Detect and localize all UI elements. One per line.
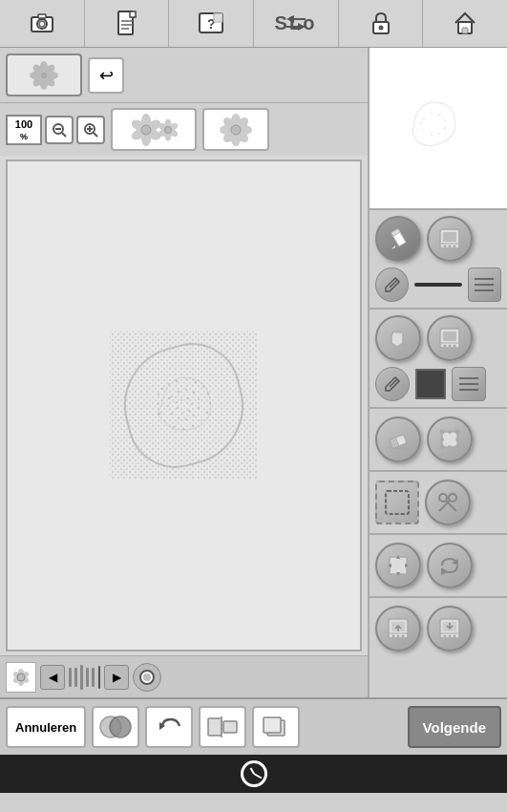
svg-point-131: [454, 345, 456, 348]
undo-action-button[interactable]: [145, 706, 193, 748]
tool-row-7: [375, 543, 501, 588]
svg-point-80: [198, 407, 200, 409]
camera-button[interactable]: [0, 0, 85, 47]
svg-point-110: [431, 134, 433, 137]
svg-point-130: [449, 345, 452, 348]
svg-point-108: [444, 127, 447, 130]
svg-point-82: [185, 418, 188, 421]
flower2-button[interactable]: [202, 108, 269, 151]
line-style-button[interactable]: [468, 267, 501, 302]
export-button[interactable]: [427, 606, 473, 652]
zoom-out-button[interactable]: [45, 116, 74, 144]
fill-style-button[interactable]: [452, 367, 486, 401]
help-button[interactable]: ?: [169, 0, 254, 47]
svg-rect-139: [442, 432, 457, 447]
svg-point-101: [17, 673, 25, 681]
slider-handle: [98, 666, 100, 689]
eraser-button[interactable]: [375, 417, 421, 462]
svg-point-74: [158, 394, 159, 395]
svg-point-147: [455, 438, 459, 441]
tool-row-3: [375, 315, 501, 361]
svg-point-145: [448, 445, 452, 449]
svg-point-129: [444, 345, 447, 348]
pencil-tool-button[interactable]: [375, 216, 421, 262]
strip-mode-button[interactable]: [133, 663, 161, 692]
bucket-fill-button[interactable]: [375, 315, 421, 361]
svg-rect-3: [38, 14, 46, 18]
svg-point-88: [187, 397, 189, 399]
svg-point-120: [454, 246, 456, 248]
eyedropper-button[interactable]: [375, 267, 409, 302]
svg-point-146: [440, 438, 444, 441]
svg-point-87: [180, 399, 182, 401]
tool-row-1: [375, 216, 501, 262]
svg-point-78: [193, 392, 196, 395]
sub-toolbar: ↩: [0, 48, 368, 103]
tool-group-draw: [370, 210, 507, 310]
svg-point-112: [420, 122, 423, 125]
clock-icon: [241, 760, 267, 787]
svg-point-73: [157, 403, 158, 405]
rotate-button[interactable]: [427, 543, 473, 588]
svg-rect-5: [130, 11, 136, 17]
svg-point-57: [231, 125, 241, 135]
move-button[interactable]: [375, 543, 421, 588]
transform-button[interactable]: [427, 417, 473, 462]
svg-point-47: [165, 126, 172, 133]
bottom-action-bar: Annuleren Volgende: [0, 697, 507, 755]
svg-point-69: [182, 428, 184, 430]
svg-point-109: [438, 133, 440, 135]
fill-image-button[interactable]: [427, 315, 473, 361]
strip-prev-button[interactable]: ◀: [40, 665, 65, 690]
svg-rect-15: [462, 28, 468, 33]
image-select-button[interactable]: [427, 216, 473, 262]
svg-point-166: [444, 635, 447, 638]
undo-button[interactable]: ↩: [88, 57, 124, 94]
embroidery-canvas: [110, 331, 258, 480]
bottom-strip: ◀ ▶: [0, 655, 368, 697]
fill-eyedropper-button[interactable]: [375, 367, 410, 401]
tool-row-4: [375, 367, 501, 401]
svg-point-105: [431, 113, 433, 115]
layer-button[interactable]: [252, 706, 300, 748]
flower1-button[interactable]: [111, 108, 197, 151]
svg-point-168: [454, 635, 456, 638]
right-panel: [368, 48, 507, 697]
svg-point-90: [188, 410, 191, 413]
align-button[interactable]: [199, 706, 246, 748]
color-swatch[interactable]: [415, 369, 446, 399]
svg-rect-153: [390, 557, 407, 574]
svg-rect-127: [443, 331, 456, 341]
svg-rect-173: [208, 718, 222, 736]
svg-point-160: [397, 635, 400, 638]
svg-point-76: [178, 391, 180, 393]
volgende-button[interactable]: Volgende: [408, 706, 501, 748]
main-area: ↩ 100 %: [0, 48, 507, 697]
svg-point-83: [178, 417, 180, 419]
canvas-area[interactable]: [6, 160, 362, 652]
color-mix-button[interactable]: [92, 706, 139, 748]
scissors-button[interactable]: [425, 480, 471, 525]
document-button[interactable]: [85, 0, 170, 47]
svg-rect-11: [214, 13, 222, 22]
svg-point-67: [201, 419, 202, 421]
svg-rect-177: [264, 717, 281, 733]
svg-point-39: [141, 125, 151, 135]
flower-thumb-button[interactable]: [6, 53, 82, 96]
zoom-in-button[interactable]: [76, 116, 105, 144]
svg-point-118: [444, 246, 447, 248]
volgende-label: Volgende: [423, 719, 486, 736]
annuleren-button[interactable]: Annuleren: [6, 706, 86, 748]
lock-button[interactable]: [339, 0, 424, 47]
svg-point-61: [185, 378, 187, 380]
zoom-controls: 100 %: [6, 115, 105, 145]
strip-next-button[interactable]: ▶: [104, 665, 129, 690]
clock-minute-hand: [253, 773, 262, 779]
status-bar: [0, 755, 507, 793]
import-button[interactable]: [375, 606, 421, 652]
svg-point-86: [168, 397, 171, 400]
selection-tool-button[interactable]: [375, 481, 419, 524]
preview-image: [395, 85, 481, 171]
transfer-button[interactable]: [254, 0, 339, 47]
home-button[interactable]: [423, 0, 507, 47]
